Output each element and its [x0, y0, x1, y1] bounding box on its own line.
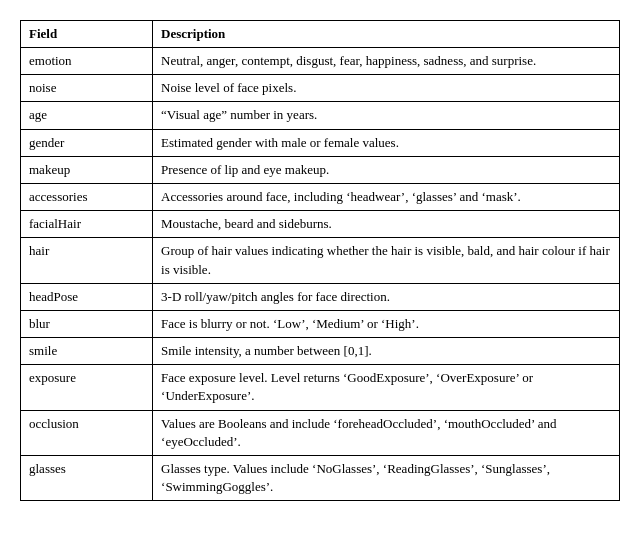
field-cell: blur: [21, 310, 153, 337]
table-row: smileSmile intensity, a number between […: [21, 338, 619, 365]
field-cell: noise: [21, 75, 153, 102]
table-row: blurFace is blurry or not. ‘Low’, ‘Mediu…: [21, 310, 619, 337]
field-cell: gender: [21, 129, 153, 156]
field-cell: age: [21, 102, 153, 129]
table-row: hairGroup of hair values indicating whet…: [21, 238, 619, 283]
description-cell: Smile intensity, a number between [0,1].: [153, 338, 619, 365]
description-column-header: Description: [153, 21, 619, 48]
description-cell: Estimated gender with male or female val…: [153, 129, 619, 156]
description-cell: Moustache, beard and sideburns.: [153, 211, 619, 238]
description-cell: Noise level of face pixels.: [153, 75, 619, 102]
table-row: accessoriesAccessories around face, incl…: [21, 183, 619, 210]
description-cell: Glasses type. Values include ‘NoGlasses’…: [153, 456, 619, 501]
table-row: age“Visual age” number in years.: [21, 102, 619, 129]
table-row: headPose3-D roll/yaw/pitch angles for fa…: [21, 283, 619, 310]
field-cell: hair: [21, 238, 153, 283]
table-row: emotionNeutral, anger, contempt, disgust…: [21, 48, 619, 75]
table-row: makeupPresence of lip and eye makeup.: [21, 156, 619, 183]
table-row: facialHairMoustache, beard and sideburns…: [21, 211, 619, 238]
field-cell: headPose: [21, 283, 153, 310]
description-cell: 3-D roll/yaw/pitch angles for face direc…: [153, 283, 619, 310]
field-cell: facialHair: [21, 211, 153, 238]
description-cell: Face exposure level. Level returns ‘Good…: [153, 365, 619, 410]
table-header-row: Field Description: [21, 21, 619, 48]
table-row: noiseNoise level of face pixels.: [21, 75, 619, 102]
table-row: genderEstimated gender with male or fema…: [21, 129, 619, 156]
main-table: Field Description emotionNeutral, anger,…: [20, 20, 620, 501]
table-row: exposureFace exposure level. Level retur…: [21, 365, 619, 410]
field-cell: exposure: [21, 365, 153, 410]
description-cell: Accessories around face, including ‘head…: [153, 183, 619, 210]
description-cell: Presence of lip and eye makeup.: [153, 156, 619, 183]
field-cell: makeup: [21, 156, 153, 183]
description-cell: Group of hair values indicating whether …: [153, 238, 619, 283]
field-cell: smile: [21, 338, 153, 365]
description-cell: Values are Booleans and include ‘forehea…: [153, 410, 619, 455]
table-row: glassesGlasses type. Values include ‘NoG…: [21, 456, 619, 501]
table-row: occlusionValues are Booleans and include…: [21, 410, 619, 455]
description-cell: Face is blurry or not. ‘Low’, ‘Medium’ o…: [153, 310, 619, 337]
field-cell: emotion: [21, 48, 153, 75]
field-column-header: Field: [21, 21, 153, 48]
field-cell: glasses: [21, 456, 153, 501]
description-cell: Neutral, anger, contempt, disgust, fear,…: [153, 48, 619, 75]
description-cell: “Visual age” number in years.: [153, 102, 619, 129]
field-cell: accessories: [21, 183, 153, 210]
field-cell: occlusion: [21, 410, 153, 455]
